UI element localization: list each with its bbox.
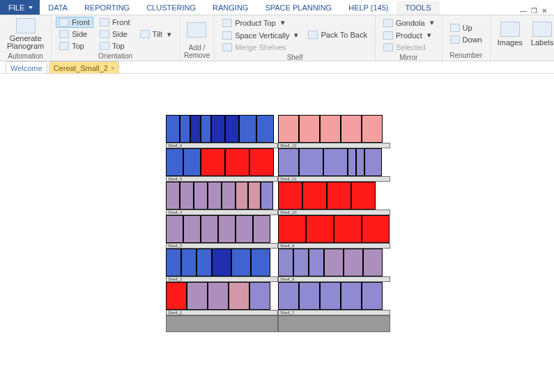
product-facing[interactable] [208,282,229,310]
orient-tilt-button[interactable]: Tilt ▾ [137,29,175,40]
window-minimize-icon[interactable]: — [520,7,527,15]
product-facing[interactable] [323,148,348,176]
tab-clustering[interactable]: CLUSTERING [138,1,204,15]
close-tab-icon[interactable]: × [111,65,114,72]
window-close-icon[interactable]: ✕ [541,7,547,15]
generate-planogram-button[interactable]: Generate Planogram [4,17,47,52]
product-facing[interactable] [180,182,194,210]
product-facing[interactable] [239,115,256,143]
orient-front-button[interactable]: Front [56,17,93,28]
file-tab[interactable]: FILE [0,0,40,15]
product-facing[interactable] [166,148,183,176]
pack-to-back-button[interactable]: Pack To Back [305,29,370,40]
product-facing[interactable] [201,215,218,243]
product-facing[interactable] [320,115,341,143]
product-facing[interactable] [299,115,320,143]
product-facing[interactable] [362,115,383,143]
product-facing[interactable] [187,282,208,310]
product-facing[interactable] [348,148,356,176]
product-facing[interactable] [190,115,201,143]
product-facing[interactable] [302,182,327,210]
product-facing[interactable] [166,182,180,210]
product-facing[interactable] [306,215,334,243]
product-facing[interactable] [324,249,344,276]
orient-front2-button[interactable]: Front [96,17,134,28]
labels-button[interactable]: Labels [528,20,554,48]
product-facing[interactable] [278,282,299,310]
shelf[interactable]: Shelf_12 [278,115,390,148]
product-facing[interactable] [197,249,212,276]
product-facing[interactable] [166,282,187,310]
product-facing[interactable] [363,249,383,276]
doc-tab-cereal[interactable]: Cereal_Small_2× [49,61,120,73]
product-top-button[interactable]: Product Top ▾ [219,17,302,29]
tab-data[interactable]: DATA [40,1,76,15]
product-facing[interactable] [299,282,320,310]
shelf[interactable]: Shelf_1 [166,282,278,315]
product-facing[interactable] [166,215,183,243]
product-facing[interactable] [320,282,341,310]
shelf[interactable]: Shelf_4 [166,182,278,215]
shelf[interactable]: Shelf_8 [278,249,390,282]
product-facing[interactable] [278,115,299,143]
shelf[interactable]: Shelf_3 [166,215,278,249]
product-facing[interactable] [249,282,270,310]
space-vertically-button[interactable]: Space Vertically ▾ [219,29,302,41]
orient-top-button[interactable]: Top [56,40,93,52]
shelf[interactable]: Shelf_2 [166,249,278,282]
product-facing[interactable] [194,182,208,210]
product-facing[interactable] [251,249,270,276]
product-facing[interactable] [278,182,302,210]
tab-reporting[interactable]: REPORTING [76,1,138,15]
shelf[interactable]: Shelf_5 [166,148,278,182]
product-facing[interactable] [236,215,253,243]
product-facing[interactable] [253,215,270,243]
renumber-up-button[interactable]: Up [447,22,486,33]
product-facing[interactable] [208,182,222,210]
tab-space-planning[interactable]: SPACE PLANNING [256,1,340,15]
product-facing[interactable] [201,148,225,176]
product-facing[interactable] [293,249,309,276]
planogram-canvas[interactable]: Shelf_6Shelf_12Shelf_5Shelf_11Shelf_4She… [0,74,554,392]
product-facing[interactable] [341,115,362,143]
product-facing[interactable] [341,282,362,310]
mirror-product-button[interactable]: Product ▾ [380,29,438,41]
product-facing[interactable] [344,249,363,276]
product-facing[interactable] [231,249,251,276]
product-facing[interactable] [256,115,274,143]
shelf[interactable]: Shelf_11 [278,148,390,182]
product-facing[interactable] [299,148,323,176]
window-restore-icon[interactable]: ❐ [531,7,537,15]
product-facing[interactable] [166,249,181,276]
shelf[interactable]: Shelf_6 [166,115,278,148]
product-facing[interactable] [225,115,239,143]
renumber-down-button[interactable]: Down [447,34,486,45]
product-facing[interactable] [362,215,390,243]
product-facing[interactable] [218,215,236,243]
images-button[interactable]: Images [495,20,525,48]
product-facing[interactable] [211,115,225,143]
product-facing[interactable] [183,215,201,243]
orient-top2-button[interactable]: Top [96,40,134,52]
orient-side-button[interactable]: Side [56,29,93,40]
add-remove-button[interactable] [184,21,209,39]
merge-shelves-button[interactable]: Merge Shelves [219,42,302,53]
product-facing[interactable] [236,182,248,210]
mirror-selected-button[interactable]: Selected [380,42,438,53]
product-facing[interactable] [362,282,383,310]
product-facing[interactable] [225,148,249,176]
shelf[interactable]: Shelf_10 [278,182,390,215]
mirror-gondola-button[interactable]: Gondola ▾ [380,17,438,29]
shelf[interactable]: Shelf_9 [278,215,390,249]
product-facing[interactable] [309,249,324,276]
product-facing[interactable] [181,249,197,276]
tab-ranging[interactable]: RANGING [204,1,256,15]
product-facing[interactable] [278,215,306,243]
product-facing[interactable] [364,148,382,176]
product-facing[interactable] [212,249,231,276]
shelf[interactable]: Shelf_7 [278,282,390,315]
product-facing[interactable] [351,182,376,210]
product-facing[interactable] [222,182,236,210]
product-facing[interactable] [248,182,261,210]
product-facing[interactable] [229,282,249,310]
